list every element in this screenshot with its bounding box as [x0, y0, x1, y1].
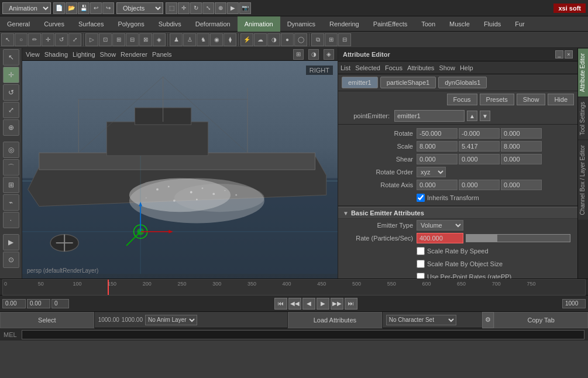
- ae-close-btn[interactable]: ×: [565, 50, 573, 59]
- ae-tab-emitter1[interactable]: emitter1: [342, 77, 378, 88]
- menu-tab-general[interactable]: General: [0, 16, 37, 32]
- menu-tab-deformation[interactable]: Deformation: [188, 16, 238, 32]
- dynamics-icon2[interactable]: ☁: [254, 33, 267, 46]
- menu-tab-animation[interactable]: Animation: [238, 16, 280, 32]
- vp-menu-shading[interactable]: Shading: [44, 51, 68, 58]
- scale-y-field[interactable]: [459, 141, 500, 152]
- anim-icon1[interactable]: ▷: [85, 33, 98, 46]
- render-icon1[interactable]: ◑: [267, 33, 280, 46]
- ae-menu-show[interactable]: Show: [439, 64, 455, 71]
- pb-step-back[interactable]: ◀: [302, 298, 315, 310]
- scale-icon[interactable]: ⤡: [202, 2, 214, 14]
- menu-tab-dynamics[interactable]: Dynamics: [280, 16, 322, 32]
- pb-go-end[interactable]: ⏭: [345, 298, 357, 310]
- anim-icon2[interactable]: ⊡: [99, 33, 112, 46]
- load-attributes-button[interactable]: Load Attributes: [288, 312, 382, 328]
- snap-icon[interactable]: ⊕: [215, 2, 226, 14]
- vp-menu-panels[interactable]: Panels: [152, 51, 172, 58]
- menu-tab-painteffects[interactable]: PaintEffects: [366, 16, 415, 32]
- vp-icon2[interactable]: ◑: [308, 49, 319, 60]
- save-icon[interactable]: 💾: [78, 2, 90, 14]
- snap-grid-icon[interactable]: ⊞: [3, 177, 19, 193]
- rotate-axis-z-field[interactable]: [501, 180, 542, 190]
- snap-point-icon[interactable]: ·: [3, 212, 19, 228]
- select-lt-icon[interactable]: ↖: [3, 49, 19, 66]
- rotate-z-field[interactable]: [501, 128, 542, 139]
- soft-select-icon[interactable]: ◎: [3, 142, 19, 158]
- menu-tab-muscle[interactable]: Muscle: [442, 16, 477, 32]
- ae-menu-list[interactable]: List: [341, 64, 350, 71]
- scale-rate-speed-checkbox[interactable]: [417, 247, 425, 255]
- pb-prev-key[interactable]: ◀◀: [288, 298, 301, 310]
- mode-dropdown[interactable]: Animation: [2, 2, 51, 14]
- playback-start-field[interactable]: [2, 299, 26, 308]
- ae-menu-selected[interactable]: Selected: [355, 64, 380, 71]
- open-icon[interactable]: 📂: [66, 2, 77, 14]
- move-icon[interactable]: ✛: [178, 2, 190, 14]
- pb-go-start[interactable]: ⏮: [274, 298, 287, 310]
- skin-icon[interactable]: ◉: [210, 33, 223, 46]
- playback-current-field[interactable]: [27, 299, 50, 308]
- vp-icon3[interactable]: ◈: [324, 49, 334, 60]
- shear-z-field[interactable]: [501, 154, 542, 164]
- lasso-icon[interactable]: ○: [15, 33, 27, 46]
- pe-input[interactable]: [394, 110, 465, 122]
- move-lt-icon[interactable]: ✛: [3, 67, 19, 83]
- layout-icon2[interactable]: ⊞: [325, 33, 338, 46]
- rotate-x-field[interactable]: [417, 128, 458, 139]
- scale-rate-object-checkbox[interactable]: [417, 260, 425, 268]
- render-icon[interactable]: ▶: [227, 2, 239, 14]
- pb-play-forward[interactable]: ▶: [317, 298, 329, 310]
- timeline-ruler[interactable]: 0 50 100 150 200 250 300 350 400 450 500…: [2, 279, 586, 295]
- rotate-tool-icon[interactable]: ↺: [55, 33, 68, 46]
- playback-frame-field[interactable]: [51, 299, 69, 308]
- char-icon2[interactable]: ♙: [183, 33, 196, 46]
- layout-icon1[interactable]: ⧉: [311, 33, 324, 46]
- scale-tool-icon[interactable]: ⤢: [68, 33, 81, 46]
- select-tool-icon[interactable]: ↖: [1, 33, 14, 46]
- vp-menu-lighting[interactable]: Lighting: [73, 51, 95, 58]
- objects-dropdown[interactable]: Objects: [116, 2, 163, 14]
- use-per-point-checkbox[interactable]: [417, 273, 425, 279]
- ae-menu-help[interactable]: Help: [460, 64, 473, 71]
- paint-icon[interactable]: ✏: [28, 33, 41, 46]
- char-icon3[interactable]: ♞: [197, 33, 209, 46]
- select-button[interactable]: Select: [0, 312, 94, 328]
- presets-button[interactable]: Presets: [480, 94, 514, 105]
- rate-field[interactable]: [417, 233, 463, 243]
- move-tool-icon[interactable]: ✛: [42, 33, 54, 46]
- playback-end-field[interactable]: [562, 299, 586, 308]
- pb-step-forward[interactable]: ▶▶: [331, 298, 343, 310]
- redo-icon[interactable]: ↪: [102, 2, 114, 14]
- basic-emitter-section[interactable]: ▼ Basic Emitter Attributes: [338, 207, 577, 219]
- shear-x-field[interactable]: [417, 154, 458, 164]
- menu-tab-surfaces[interactable]: Surfaces: [71, 16, 111, 32]
- pe-arrow-down[interactable]: ▼: [480, 111, 490, 121]
- render-icon3[interactable]: ◯: [294, 33, 307, 46]
- vp-menu-show[interactable]: Show: [100, 51, 116, 58]
- mel-input[interactable]: [22, 330, 584, 339]
- deform-icon[interactable]: ⧫: [223, 33, 236, 46]
- side-tab-attribute-editor[interactable]: Attribute Editor: [578, 48, 588, 97]
- rotate-order-select[interactable]: xyz: [417, 167, 446, 177]
- vp-icon1[interactable]: ⊞: [293, 49, 304, 60]
- rotate-lt-icon[interactable]: ↺: [3, 84, 19, 101]
- side-tab-tool-settings[interactable]: Tool Settings: [578, 97, 588, 140]
- ae-menu-attributes[interactable]: Attributes: [407, 64, 434, 71]
- curve-icon[interactable]: ⌒: [3, 159, 19, 176]
- vp-menu-view[interactable]: View: [26, 51, 40, 58]
- show-button[interactable]: Show: [517, 94, 546, 105]
- anim-icon5[interactable]: ⊠: [139, 33, 152, 46]
- focus-button[interactable]: Focus: [447, 94, 477, 105]
- copy-tab-button[interactable]: Copy Tab: [494, 312, 588, 328]
- character-set-select[interactable]: No Character Set: [386, 315, 456, 325]
- ae-menu-focus[interactable]: Focus: [385, 64, 403, 71]
- menu-tab-polygons[interactable]: Polygons: [111, 16, 151, 32]
- snap-curve-icon[interactable]: ⌁: [3, 194, 19, 211]
- ae-minimize-btn[interactable]: _: [555, 50, 563, 59]
- dynamics-icon1[interactable]: ⚡: [240, 33, 253, 46]
- anim-icon4[interactable]: ⊟: [126, 33, 139, 46]
- anim-icon6[interactable]: ◈: [153, 33, 166, 46]
- anim-layer-select[interactable]: No Anim Layer: [145, 315, 197, 325]
- rotate-axis-x-field[interactable]: [417, 180, 458, 190]
